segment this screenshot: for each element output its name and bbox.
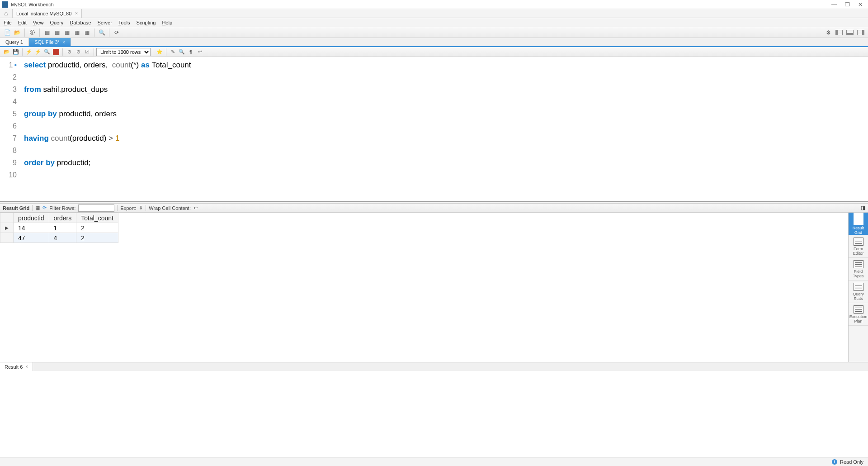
wrap-button[interactable]: ↩ xyxy=(196,48,204,56)
result-area: productid orders Total_count ▶ 14 1 2 47… xyxy=(0,213,868,362)
result-tab-label: Result 6 xyxy=(5,364,23,370)
toggle-invisible-button[interactable]: ¶ xyxy=(187,48,195,56)
row-header xyxy=(0,233,14,243)
menu-tools[interactable]: Tools xyxy=(118,20,130,25)
stop-button[interactable] xyxy=(52,48,60,56)
query-tab-1[interactable]: Query 1 xyxy=(0,38,29,46)
refresh-icon[interactable]: ⟳ xyxy=(42,205,47,211)
result-toolbar: Result Grid ▦ ⟳ Filter Rows: Export: ⇩ W… xyxy=(0,204,868,213)
query-tab-bar: Query 1 SQL File 3* × xyxy=(0,38,868,47)
inspector-button[interactable]: 🛈 xyxy=(28,28,37,37)
beautify-button[interactable]: ✎ xyxy=(169,48,177,56)
result-tab-bar: Result 6 × xyxy=(0,362,868,371)
side-tab-form-editor[interactable]: Form Editor xyxy=(849,235,868,258)
toggle-left-panel-button[interactable] xyxy=(835,28,844,37)
grid-view-icon[interactable]: ▦ xyxy=(35,205,40,211)
rollback-button[interactable]: ⊘ xyxy=(74,48,82,56)
query-tab-label: Query 1 xyxy=(5,39,23,45)
reconnect-button[interactable]: ⟳ xyxy=(112,28,121,37)
filter-rows-input[interactable] xyxy=(78,204,114,212)
commit-button[interactable]: ⊘ xyxy=(65,48,73,56)
create-procedure-button[interactable]: ▦ xyxy=(72,28,81,37)
wrap-toggle-icon[interactable]: ↩ xyxy=(193,205,198,211)
settings-icon[interactable]: ⚙ xyxy=(824,28,833,37)
query-tab-2[interactable]: SQL File 3* × xyxy=(29,38,71,46)
line-gutter: 1 2 3 4 5 6 7 8 9 10 xyxy=(0,57,20,201)
title-bar: MySQL Workbench — ❐ ✕ xyxy=(0,0,868,9)
home-button[interactable]: ⌂ xyxy=(0,9,13,18)
create-function-button[interactable]: ▦ xyxy=(82,28,91,37)
connection-tab-bar: ⌂ Local instance MySQL80 × xyxy=(0,9,868,18)
menu-bar: File Edit View Query Database Server Too… xyxy=(0,18,868,27)
toggle-panel-icon[interactable]: ◨ xyxy=(861,205,865,211)
table-row[interactable]: 47 4 2 xyxy=(0,233,118,243)
menu-query[interactable]: Query xyxy=(50,20,63,25)
column-header[interactable]: Total_count xyxy=(76,213,118,223)
connection-tab-label: Local instance MySQL80 xyxy=(16,11,71,16)
stats-icon xyxy=(854,283,863,291)
create-schema-button[interactable]: ▦ xyxy=(42,28,52,37)
wrap-label: Wrap Cell Content: xyxy=(149,205,191,211)
column-header[interactable]: orders xyxy=(49,213,76,223)
result-tab[interactable]: Result 6 × xyxy=(0,362,33,371)
autocommit-button[interactable]: ☑ xyxy=(83,48,91,56)
close-icon[interactable]: × xyxy=(62,40,65,45)
menu-server[interactable]: Server xyxy=(97,20,112,25)
sql-editor[interactable]: 1 2 3 4 5 6 7 8 9 10 select productid, o… xyxy=(0,57,868,202)
menu-view[interactable]: View xyxy=(33,20,44,25)
favorite-button[interactable]: ⭐ xyxy=(156,48,164,56)
create-table-button[interactable]: ▦ xyxy=(52,28,61,37)
result-grid-label: Result Grid xyxy=(3,205,29,211)
filter-rows-label: Filter Rows: xyxy=(49,205,75,211)
side-tab-field-types[interactable]: Field Types xyxy=(849,258,868,281)
menu-help[interactable]: Help xyxy=(162,20,172,25)
close-button[interactable]: ✕ xyxy=(858,1,863,8)
side-tab-execution-plan[interactable]: Execution Plan xyxy=(849,303,868,326)
grid-icon xyxy=(854,213,863,225)
limit-rows-dropdown[interactable]: Limit to 1000 rows xyxy=(96,48,151,56)
menu-file[interactable]: File xyxy=(4,20,12,25)
table-header-row: productid orders Total_count xyxy=(0,213,118,223)
find-button[interactable]: 🔍 xyxy=(178,48,186,56)
close-icon[interactable]: × xyxy=(75,11,78,16)
side-tab-result-grid[interactable]: Result Grid xyxy=(849,213,868,235)
row-pointer-icon: ▶ xyxy=(0,223,14,233)
plan-icon xyxy=(854,305,863,314)
table-row[interactable]: ▶ 14 1 2 xyxy=(0,223,118,233)
toggle-bottom-panel-button[interactable] xyxy=(845,28,854,37)
close-icon[interactable]: × xyxy=(25,364,28,369)
open-sql-button[interactable]: 📂 xyxy=(13,28,22,37)
side-tab-query-stats[interactable]: Query Stats xyxy=(849,281,868,303)
menu-scripting[interactable]: Scripting xyxy=(137,20,156,25)
explain-button[interactable]: 🔍 xyxy=(43,48,51,56)
execute-button[interactable]: ⚡ xyxy=(25,48,33,56)
export-label: Export: xyxy=(120,205,136,211)
execute-current-button[interactable]: ⚡ xyxy=(34,48,42,56)
toggle-right-panel-button[interactable] xyxy=(856,28,865,37)
connection-tab[interactable]: Local instance MySQL80 × xyxy=(13,9,82,18)
search-table-data-button[interactable]: 🔍 xyxy=(97,28,106,37)
menu-database[interactable]: Database xyxy=(70,20,91,25)
app-icon xyxy=(2,1,8,8)
code-area[interactable]: select productid, orders, count(*) as To… xyxy=(20,57,868,201)
result-grid[interactable]: productid orders Total_count ▶ 14 1 2 47… xyxy=(0,213,848,362)
editor-toolbar: 📂 💾 ⚡ ⚡ 🔍 ⊘ ⊘ ☑ Limit to 1000 rows ⭐ ✎ 🔍… xyxy=(0,47,868,57)
form-icon xyxy=(854,238,863,246)
create-view-button[interactable]: ▦ xyxy=(62,28,71,37)
app-title: MySQL Workbench xyxy=(11,2,54,7)
export-icon[interactable]: ⇩ xyxy=(139,205,143,211)
column-header[interactable]: productid xyxy=(14,213,49,223)
menu-edit[interactable]: Edit xyxy=(18,20,27,25)
result-side-panel: Result Grid Form Editor Field Types Quer… xyxy=(848,213,868,362)
maximize-button[interactable]: ❐ xyxy=(845,1,850,8)
save-file-button[interactable]: 💾 xyxy=(12,48,20,56)
main-toolbar: 📄 📂 🛈 ▦ ▦ ▦ ▦ ▦ 🔍 ⟳ ⚙ xyxy=(0,27,868,38)
field-types-icon xyxy=(854,260,863,268)
minimize-button[interactable]: — xyxy=(831,1,837,8)
open-file-button[interactable]: 📂 xyxy=(3,48,11,56)
query-tab-label: SQL File 3* xyxy=(34,39,60,45)
new-sql-tab-button[interactable]: 📄 xyxy=(3,28,12,37)
